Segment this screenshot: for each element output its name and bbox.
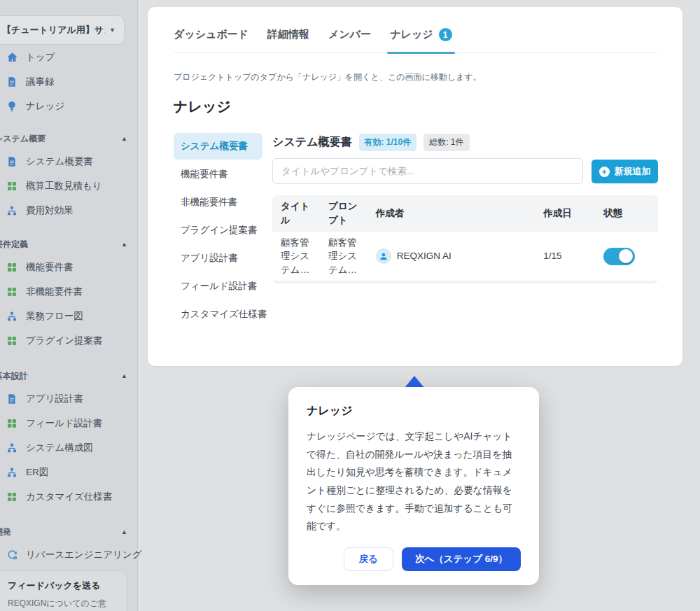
subnav-item-plugin-proposal[interactable]: プラグイン提案書: [174, 217, 262, 244]
active-count-badge: 有効: 1/10件: [359, 134, 417, 151]
cell-author: REQXIGN AI: [368, 248, 536, 264]
tab-members[interactable]: メンバー: [328, 28, 371, 43]
table-header-row: タイトル プロンプト 作成者 作成日 状態: [272, 195, 658, 232]
tab-label: ナレッジ: [390, 28, 433, 41]
status-toggle[interactable]: [603, 248, 635, 265]
subnav-label: 非機能要件書: [181, 196, 237, 209]
page-title: ナレッジ: [174, 97, 658, 116]
subnav-label: カスタマイズ仕様書: [181, 308, 267, 321]
subnav-item-nonfunc-req[interactable]: 非機能要件書: [174, 189, 262, 216]
tab-label: ダッシュボード: [174, 28, 248, 41]
subnav-item-field-design[interactable]: フィールド設計書: [174, 273, 262, 300]
subnav-item-app-design[interactable]: アプリ設計書: [174, 245, 262, 272]
tab-bar: ダッシュボード 詳細情報 メンバー ナレッジ 1: [174, 28, 658, 53]
plus-circle-icon: +: [599, 167, 610, 177]
cell-status: [595, 248, 658, 265]
user-avatar-icon: [376, 248, 391, 264]
subnav-item-system-overview[interactable]: システム概要書: [174, 133, 262, 160]
doc-type-subnav: システム概要書 機能要件書 非機能要件書 プラグイン提案書 アプリ設計書 フィー…: [174, 133, 262, 329]
toggle-knob: [619, 249, 633, 263]
tab-knowledge[interactable]: ナレッジ 1: [390, 28, 451, 43]
search-row: + 新規追加: [272, 158, 658, 184]
cell-prompt: 顧客管理システム…: [320, 236, 368, 277]
panel-title: システム概要書: [272, 135, 352, 150]
tour-title: ナレッジ: [307, 404, 521, 419]
knowledge-count-badge: 1: [439, 28, 452, 41]
tour-body: ナレッジページでは、文字起こしやAIチャットで得た、自社の開発ルールや決まった項…: [307, 428, 521, 535]
subnav-label: フィールド設計書: [181, 280, 257, 293]
tab-label: 詳細情報: [267, 28, 309, 41]
column-header-author: 作成者: [368, 206, 536, 220]
subnav-item-func-req[interactable]: 機能要件書: [174, 161, 262, 188]
panel-header: システム概要書 有効: 1/10件 総数: 1件: [272, 133, 658, 151]
tab-details[interactable]: 詳細情報: [267, 28, 309, 43]
tab-dashboard[interactable]: ダッシュボード: [174, 28, 248, 43]
column-header-prompt: プロンプト: [320, 199, 368, 227]
page-hint: プロジェクトトップのタブから「ナレッジ」を開くと、この画面に移動します。: [174, 71, 658, 83]
knowledge-table: タイトル プロンプト 作成者 作成日 状態 顧客管理システム… 顧客管理システム…: [272, 195, 658, 283]
add-new-button[interactable]: + 新規追加: [592, 160, 658, 183]
table-row[interactable]: 顧客管理システム… 顧客管理システム… REQXIGN AI 1/15: [272, 232, 658, 281]
subnav-label: 機能要件書: [181, 168, 228, 181]
knowledge-panel: システム概要書 有効: 1/10件 総数: 1件 + 新規追加 タイトル プロン…: [272, 133, 658, 329]
project-card: ダッシュボード 詳細情報 メンバー ナレッジ 1 プロジェクトトップのタブから「…: [148, 7, 682, 366]
column-header-date: 作成日: [535, 206, 595, 220]
tour-popup: ナレッジ ナレッジページでは、文字起こしやAIチャットで得た、自社の開発ルールや…: [288, 387, 539, 585]
add-new-label: 新規追加: [615, 165, 651, 178]
subnav-label: プラグイン提案書: [181, 224, 258, 237]
subnav-label: システム概要書: [181, 140, 248, 153]
total-count-badge: 総数: 1件: [424, 134, 469, 151]
subnav-label: アプリ設計書: [181, 252, 238, 265]
author-name: REQXIGN AI: [397, 249, 451, 263]
tour-buttons: 戻る 次へ（ステップ 6/9）: [307, 547, 521, 571]
search-input[interactable]: [272, 158, 583, 184]
tab-label: メンバー: [328, 28, 371, 41]
tour-next-button[interactable]: 次へ（ステップ 6/9）: [402, 547, 521, 571]
cell-date: 1/15: [535, 249, 595, 263]
column-header-status: 状態: [595, 206, 658, 220]
cell-title: 顧客管理システム…: [272, 236, 320, 277]
column-header-title: タイトル: [272, 199, 320, 227]
tour-back-button[interactable]: 戻る: [344, 547, 393, 571]
subnav-item-customize-spec[interactable]: カスタマイズ仕様書: [174, 301, 262, 328]
knowledge-content: システム概要書 機能要件書 非機能要件書 プラグイン提案書 アプリ設計書 フィー…: [174, 133, 658, 329]
